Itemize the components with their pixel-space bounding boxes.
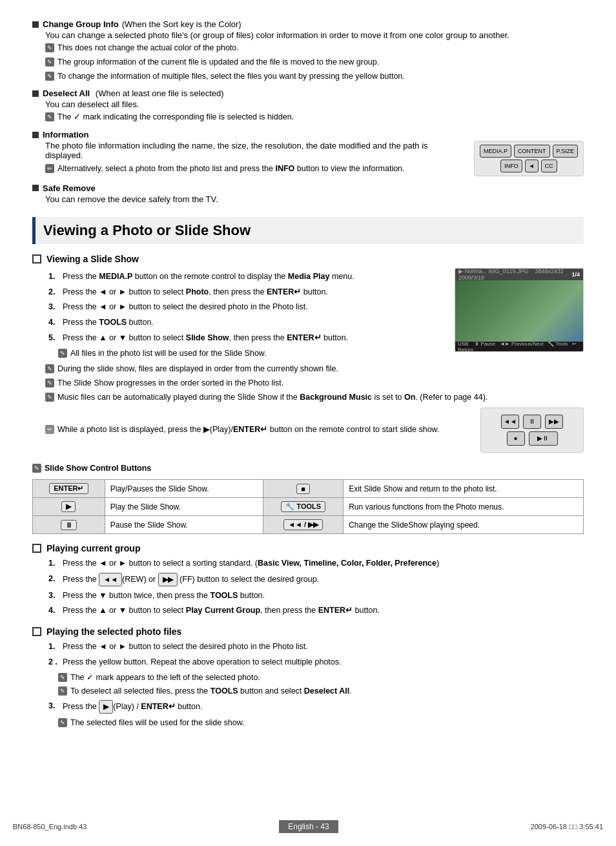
rec-btn: ● [507,431,525,446]
footer-center: English - 43 [279,820,338,833]
steps-list: 1. Press the MEDIA.P button on the remot… [48,271,442,344]
note-icon: ✎ [45,72,54,81]
step3: 3. Press the ▶(Play) / ENTER↵ button. [48,700,584,714]
psize-btn: P.SIZE [553,145,578,158]
note-icon: ✎ [45,57,54,67]
note-slideshow-order: ✎ The Slide Show progresses in the order… [45,377,584,389]
step-4: 4. Press the ▲ or ▼ button to select Pla… [48,604,584,617]
footer-left: BN68-850_Eng.indb 43 [13,823,87,831]
main-section-title: Viewing a Photo or Slide Show [43,222,251,238]
subsection-slide-show: Viewing a Slide Show 1. Press the MEDIA.… [32,254,584,453]
section-change-group-info: Change Group Info (When the Sort key is … [32,19,584,82]
section-description: You can remove the device safely from th… [45,194,584,204]
note-icon: ✎ [45,43,54,52]
steps-list: 1. Press the ◄ or ► button to select a s… [48,557,584,617]
section-title: Information [43,130,89,139]
note-icon: ✎ [45,393,54,402]
note-1: ✎This does not change the actual color o… [45,42,584,54]
page: Change Group Info (When the Sort key is … [0,0,616,846]
checkbox-icon [32,254,41,263]
section-description: The photo file information including the… [45,141,461,160]
action-speed: Change the SlideShow playing speed. [344,516,584,534]
step5-note: ✎ All files in the photo list will be us… [58,347,442,360]
note-music: ✎ Music files can be automatically playe… [45,391,584,404]
bullet-icon [32,185,39,191]
subsection-title: Playing current group [46,543,140,553]
step-2: 2 . Press the yellow button. Repeat the … [48,656,584,668]
subsection-title: Viewing a Slide Show [46,254,139,264]
page-footer: BN68-850_Eng.indb 43 English - 43 2009-0… [0,820,616,833]
step2-note-1: ✎ The ✓ mark appears to the left of the … [58,672,584,684]
control-table-label: ✎ Slide Show Control Buttons [32,462,584,475]
key-pause: ⏸ [33,516,105,534]
action-play: Play the Slide Show. [105,498,263,516]
section-description: You can change a selected photo file's (… [45,30,584,40]
return-btn: ◄ [525,160,539,172]
bullet-icon [32,21,39,28]
note-3: ✎To change the information of multiple f… [45,70,584,83]
info-note: ✏ Alternatively, select a photo from the… [45,163,461,175]
control-table: ENTER↵ Play/Pauses the Slide Show. ■ Exi… [32,479,584,534]
step-1: 1. Press the ◄ or ► button to select the… [48,641,584,653]
section-title: Deselect All [43,88,90,98]
control-buttons-section: ✎ Slide Show Control Buttons ENTER↵ Play… [32,462,584,535]
note-icon: ✎ [58,718,67,727]
note-icon: ✎ [45,378,54,387]
action-tools: Run various functions from the Photo men… [344,498,584,516]
content-btn: CONTENT [514,145,550,158]
step-3: 3. Press the ◄ or ► button to select the… [48,301,442,313]
cc-btn: CC [541,160,557,172]
mediap-btn: MEDIA.P [480,145,511,158]
section-safe-remove: Safe Remove You can remove the device sa… [32,183,584,204]
step-3: 3. Press the ▼ button twice, then press … [48,590,584,602]
special-note-icon: ✏ [45,425,54,434]
note-icon: ✏ [45,164,54,173]
step-4: 4. Press the TOOLS button. [48,316,442,329]
checkbox-icon [32,627,41,636]
note-play-button: ✏ While a photo list is displayed, press… [45,424,467,436]
step-2: 2. Press the ◄◄(REW) or ▶▶ (FF) button t… [48,573,584,586]
rewind-btn: ◄◄ [501,415,519,429]
steps-list: 1. Press the ◄ or ► button to select the… [48,641,584,668]
key-speed: ◄◄ / ▶▶ [263,516,344,534]
control-buttons-image: ◄◄ ⏸ ▶▶ ● ▶⏸ [480,408,584,453]
table-row: ⏸ Pause the Slide Show. ◄◄ / ▶▶ Change t… [33,516,584,534]
footer-right: 2009-06-18 □□ 3:55:41 [531,823,603,831]
note-during-slideshow: ✎ During the slide show, files are displ… [45,363,584,375]
step-1: 1. Press the ◄ or ► button to select a s… [48,557,584,570]
step3-note: ✎ The selected files will be used for th… [58,717,584,729]
note-2: ✎The group information of the current fi… [45,56,584,68]
note-icon: ✎ [58,349,67,358]
section-title: Change Group Info [43,19,119,29]
key-enter: ENTER↵ [33,480,105,498]
section-deselect-all: Deselect All (When at least one file is … [32,88,584,123]
pause-btn: ⏸ [523,415,541,429]
key-tools: 🔧 TOOLS [263,498,344,516]
section-title: Safe Remove [43,183,96,193]
subsection-title: Playing the selected photo files [46,626,181,637]
table-row: ENTER↵ Play/Pauses the Slide Show. ■ Exi… [33,480,584,498]
ffwd-btn: ▶▶ [545,415,563,429]
step2-note-2: ✎ To deselect all selected files, press … [58,685,584,697]
section-subtitle: (When at least one file is selected) [93,88,223,98]
section-information: Information The photo file information i… [32,130,584,177]
play-btn: ▶⏸ [529,431,558,446]
info-btn: INFO [500,160,522,172]
table-row: ▶ Play the Slide Show. 🔧 TOOLS Run vario… [33,498,584,516]
bullet-icon [32,90,39,97]
subsection-playing-group: Playing current group 1. Press the ◄ or … [32,543,584,617]
action-pause: Pause the Slide Show. [105,516,263,534]
main-section-header: Viewing a Photo or Slide Show [32,217,584,244]
action-enter: Play/Pauses the Slide Show. [105,480,263,498]
key-play: ▶ [33,498,105,516]
note-1: ✎The ✓ mark indicating the corresponding… [45,111,584,123]
note-icon: ✎ [32,464,41,473]
note-icon: ✎ [58,686,67,696]
checkbox-icon [32,544,41,553]
subsection-playing-selected: Playing the selected photo files 1. Pres… [32,626,584,728]
slide-show-screenshot: ▶ Norma... IMG_0119.JPG 3848x2432 2009/3… [455,268,584,352]
top-sections: Change Group Info (When the Sort key is … [32,19,584,204]
action-stop: Exit Slide Show and return to the photo … [344,480,584,498]
step-3: 3. Press the ▶(Play) / ENTER↵ button. [48,700,584,714]
note-icon: ✎ [58,673,67,682]
